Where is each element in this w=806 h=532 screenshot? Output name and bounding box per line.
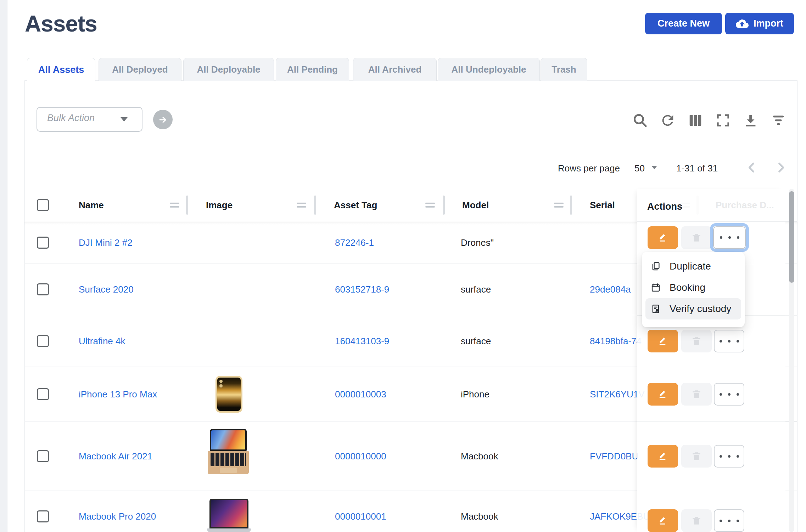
tab-all-archived[interactable]: All Archived [353, 58, 437, 81]
asset-serial-link[interactable]: FVFDD0BU [590, 451, 638, 462]
more-actions-button[interactable] [714, 383, 744, 406]
fullscreen-icon [715, 113, 731, 128]
edit-button[interactable] [648, 509, 678, 532]
column-header-name[interactable]: Name [79, 199, 104, 210]
import-button[interactable]: Import [725, 13, 794, 34]
more-actions-button[interactable] [714, 509, 744, 532]
chevron-left-icon [744, 160, 759, 175]
asset-model: surface [461, 335, 491, 346]
tab-all-undeployable[interactable]: All Undeployable [438, 58, 540, 81]
menu-item-duplicate[interactable]: Duplicate [645, 256, 741, 277]
asset-image-macbook-pro[interactable] [207, 499, 251, 532]
ellipsis-icon [720, 236, 739, 239]
asset-model: Macbook [461, 511, 498, 522]
asset-tag-link[interactable]: 160413103-9 [335, 335, 389, 346]
create-new-label: Create New [657, 18, 710, 29]
delete-button[interactable] [681, 509, 712, 532]
previous-page-button[interactable] [744, 160, 759, 175]
asset-tag-link[interactable]: 603152718-9 [335, 284, 389, 295]
trash-icon [691, 515, 702, 526]
edit-button[interactable] [648, 383, 678, 406]
chevron-down-icon[interactable] [651, 166, 657, 169]
fullscreen-button[interactable] [714, 111, 732, 130]
asset-name-link[interactable]: Macbook Pro 2020 [79, 511, 156, 522]
divider [637, 221, 797, 222]
pencil-icon [657, 450, 669, 462]
edit-button[interactable] [648, 330, 678, 352]
ellipsis-icon [720, 455, 739, 458]
asset-tag-link[interactable]: 0000010003 [335, 389, 386, 400]
asset-name-link[interactable]: DJI Mini 2 #2 [79, 237, 133, 248]
column-resize-handle[interactable] [314, 196, 316, 215]
column-drag-handle-icon[interactable] [170, 203, 179, 208]
asset-name-link[interactable]: iPhone 13 Pro Max [79, 389, 157, 400]
column-resize-handle[interactable] [186, 196, 188, 215]
search-button[interactable] [631, 111, 649, 130]
column-drag-handle-icon[interactable] [425, 203, 435, 208]
column-header-model[interactable]: Model [462, 199, 489, 210]
column-resize-handle[interactable] [570, 196, 572, 215]
row-checkbox[interactable] [37, 510, 49, 522]
tab-all-assets[interactable]: All Assets [27, 58, 95, 82]
divider [637, 367, 797, 367]
delete-button[interactable] [681, 445, 712, 468]
asset-tag-link[interactable]: 872246-1 [335, 237, 374, 248]
edit-button[interactable] [648, 445, 678, 468]
create-new-button[interactable]: Create New [645, 13, 722, 34]
row-actions [648, 383, 744, 406]
more-actions-button[interactable] [714, 445, 744, 468]
delete-button[interactable] [681, 383, 712, 406]
columns-button[interactable] [686, 111, 705, 130]
asset-tag-link[interactable]: 0000010001 [335, 511, 386, 522]
asset-image-iphone[interactable] [216, 376, 242, 413]
rows-per-page-select[interactable]: 50 [634, 163, 645, 174]
delete-button[interactable] [681, 226, 712, 249]
filter-button[interactable] [769, 111, 788, 130]
bulk-action-placeholder: Bulk Action [47, 113, 95, 124]
ellipsis-icon [720, 520, 739, 522]
column-resize-handle[interactable] [443, 196, 445, 215]
row-checkbox[interactable] [37, 237, 49, 249]
tab-all-pending[interactable]: All Pending [276, 58, 349, 81]
delete-button[interactable] [681, 330, 712, 352]
column-drag-handle-icon[interactable] [297, 203, 306, 208]
more-actions-button-focused[interactable] [710, 223, 749, 252]
menu-item-booking[interactable]: Booking [645, 277, 741, 298]
next-page-button[interactable] [773, 160, 788, 175]
refresh-button[interactable] [659, 111, 677, 130]
divider [637, 421, 797, 422]
asset-serial-link[interactable]: 29de084a [590, 284, 631, 295]
asset-tag-link[interactable]: 0000010000 [335, 451, 386, 462]
row-checkbox[interactable] [37, 335, 49, 347]
column-header-asset-tag[interactable]: Asset Tag [334, 199, 377, 210]
asset-serial-link[interactable]: SIT2K6YU1V [590, 389, 645, 400]
row-checkbox[interactable] [37, 388, 49, 400]
column-header-image[interactable]: Image [206, 199, 233, 210]
column-header-serial[interactable]: Serial [590, 199, 615, 210]
tab-all-deployable[interactable]: All Deployable [183, 58, 274, 81]
edit-button[interactable] [648, 226, 678, 249]
asset-image-macbook-air[interactable] [208, 429, 249, 483]
asset-name-link[interactable]: Ultrafine 4k [79, 335, 125, 346]
tab-trash[interactable]: Trash [541, 58, 587, 81]
column-drag-handle-icon[interactable] [554, 203, 564, 208]
assets-page: Assets Create New Import All Assets All … [0, 0, 806, 532]
row-checkbox[interactable] [37, 450, 49, 462]
asset-serial-link[interactable]: 84198bfa-74 [590, 335, 642, 346]
select-all-checkbox[interactable] [37, 199, 49, 211]
asset-name-link[interactable]: Macbook Air 2021 [79, 451, 152, 462]
more-actions-button[interactable] [714, 330, 744, 352]
asset-name-link[interactable]: Surface 2020 [79, 284, 134, 295]
asset-model: iPhone [461, 389, 489, 400]
filter-icon [770, 112, 787, 129]
row-checkbox[interactable] [37, 283, 49, 295]
row-actions [648, 509, 744, 532]
apply-bulk-action-button[interactable] [153, 110, 173, 129]
divider [637, 491, 797, 491]
export-button[interactable] [741, 111, 760, 130]
menu-item-verify-custody[interactable]: Verify custody [645, 298, 741, 319]
scrollbar-thumb[interactable] [789, 191, 794, 283]
download-icon [743, 112, 759, 129]
column-header-actions: Actions [647, 201, 682, 212]
tab-all-deployed[interactable]: All Deployed [99, 58, 181, 81]
